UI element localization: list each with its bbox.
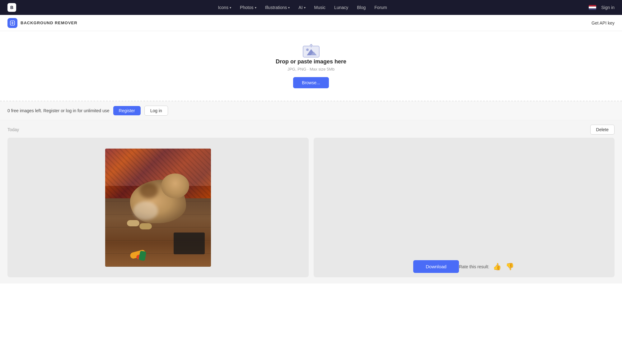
api-key-button[interactable]: Get API key [592,21,615,25]
download-button[interactable]: Download [413,260,459,273]
results-header: Today Delete [0,120,622,138]
nav-item-illustrations[interactable]: Illustrations ▾ [265,5,290,10]
rate-area: Rate this result: 👍 👎 [459,262,515,271]
today-label: Today [7,127,19,132]
thumbs-down-button[interactable]: 👎 [505,262,515,271]
remover-icon [10,20,15,26]
original-dog-image [105,149,211,267]
result-bottom-bar: Download Rate this result: 👍 👎 [407,256,521,273]
upload-image-icon [302,44,320,58]
sign-in-button[interactable]: Sign in [601,5,615,10]
upload-title: Drop or paste images here [276,58,346,65]
register-button[interactable]: Register [113,106,141,115]
nav-items: Icons ▾ Photos ▾ Illustrations ▾ AI ▾ Mu… [218,5,387,10]
language-flag[interactable] [589,5,596,10]
browse-button[interactable]: Browse... [293,77,329,88]
nav-item-music[interactable]: Music [314,5,326,10]
svg-point-4 [306,48,309,51]
top-navigation: B Icons ▾ Photos ▾ Illustrations ▾ AI ▾ … [0,0,622,15]
chevron-down-icon: ▾ [230,6,231,9]
upload-subtitle: JPG, PNG · Max size 5Mb [288,67,335,71]
site-logo[interactable]: B [7,3,16,12]
image-panels-container: Download Rate this result: 👍 👎 [0,138,622,283]
chevron-down-icon: ▾ [304,6,306,9]
free-images-bar: 0 free images left. Register or log in f… [0,101,622,120]
brand-name: BACKGROUND REMOVER [21,21,77,25]
result-image-panel: Download Rate this result: 👍 👎 [314,138,615,277]
nav-item-ai[interactable]: AI ▾ [298,5,305,10]
rate-label: Rate this result: [459,264,489,269]
login-button[interactable]: Log in [144,106,168,116]
delete-button[interactable]: Delete [590,125,615,135]
free-images-text: 0 free images left. Register or log in f… [7,108,110,113]
nav-right-area: Sign in [589,5,615,10]
chevron-down-icon: ▾ [255,6,256,9]
nav-item-icons[interactable]: Icons ▾ [218,5,231,10]
nav-item-forum[interactable]: Forum [374,5,387,10]
brand-area: BACKGROUND REMOVER [7,18,77,28]
brand-icon [7,18,17,28]
secondary-navigation: BACKGROUND REMOVER Get API key [0,15,622,31]
chevron-down-icon: ▾ [288,6,290,9]
results-section: Today Delete [0,120,622,283]
thumbs-up-button[interactable]: 👍 [492,262,502,271]
nav-item-blog[interactable]: Blog [357,5,366,10]
nav-item-lunacy[interactable]: Lunacy [334,5,348,10]
nav-logo-area: B [7,3,16,12]
original-image-panel [7,138,309,277]
nav-item-photos[interactable]: Photos ▾ [240,5,256,10]
upload-drop-zone[interactable]: Drop or paste images here JPG, PNG · Max… [0,31,622,101]
